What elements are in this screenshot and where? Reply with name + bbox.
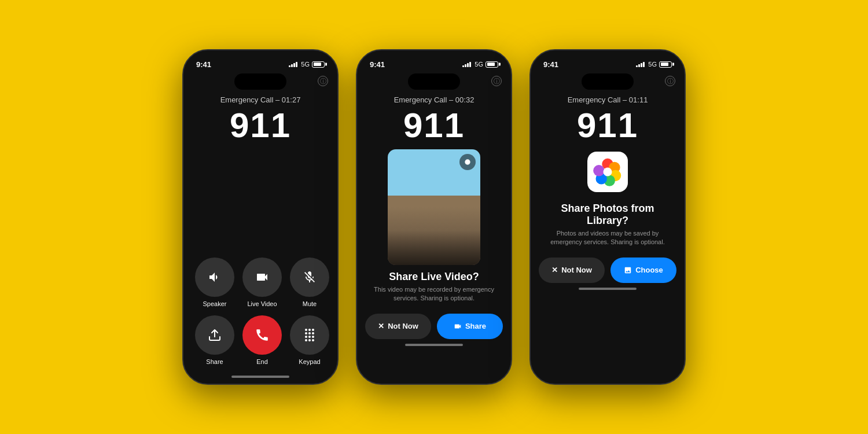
svg-point-0 <box>465 159 470 164</box>
speaker-icon <box>208 270 222 284</box>
share-video-sub: This video may be recorded by emergency … <box>357 285 511 309</box>
photos-flower-icon <box>592 156 623 187</box>
share-button[interactable]: Share <box>437 314 503 339</box>
status-icons-2: 5G <box>462 61 498 68</box>
time-2: 9:41 <box>370 60 385 69</box>
end-circle <box>242 315 282 355</box>
share-circle <box>195 315 234 355</box>
not-now-button-2[interactable]: ✕ Not Now <box>365 314 431 339</box>
svg-point-6 <box>593 165 604 176</box>
choose-photos-icon <box>624 266 632 274</box>
live-video-label: Live Video <box>247 300 277 307</box>
phone-1: 9:41 5G ⓘ Emergency Call – 01:27 911 <box>182 49 339 385</box>
speaker-label: Speaker <box>203 300 227 307</box>
time-3: 9:41 <box>543 60 558 69</box>
share-label: Share <box>206 358 223 365</box>
camera-indicator-icon <box>464 158 472 166</box>
phone-3: 9:41 5G ⓘ Emergency Call – 01:11 911 <box>529 49 686 385</box>
keypad-icon <box>303 328 317 342</box>
phone-2: 9:41 5G ⓘ Emergency Call – 00:32 911 <box>356 49 512 385</box>
share-video-actions: ✕ Not Now Share <box>357 309 511 339</box>
speaker-circle <box>195 258 234 297</box>
live-video-preview <box>388 149 480 265</box>
svg-point-7 <box>603 167 612 176</box>
call-number-2: 911 <box>357 106 511 145</box>
live-video-circle <box>242 258 282 297</box>
call-label-3: Emergency Call – 01:11 <box>531 95 685 104</box>
share-video-title: Share Live Video? <box>357 265 511 285</box>
video-camera-indicator <box>459 154 476 170</box>
network-type-3: 5G <box>648 61 657 68</box>
share-control[interactable]: Share <box>195 315 234 365</box>
signal-icon-3 <box>636 61 645 67</box>
call-number-1: 911 <box>183 106 337 145</box>
mute-label: Mute <box>303 300 317 307</box>
camera-icon <box>255 270 269 284</box>
share-icon <box>208 328 222 342</box>
network-type-2: 5G <box>475 61 483 68</box>
call-info-3: Emergency Call – 01:11 911 <box>531 90 685 145</box>
end-label: End <box>256 358 268 365</box>
keypad-control[interactable]: Keypad <box>290 315 329 365</box>
battery-icon-1 <box>312 61 325 68</box>
signal-icon-1 <box>289 61 297 67</box>
network-type-1: 5G <box>301 61 310 68</box>
signal-icon-2 <box>462 61 471 67</box>
share-photos-title: Share Photos from Library? <box>531 197 685 229</box>
call-number-3: 911 <box>531 106 685 145</box>
status-bar-1: 9:41 5G <box>183 50 337 71</box>
mute-circle <box>290 258 329 297</box>
choose-button[interactable]: Choose <box>610 258 676 283</box>
keypad-label: Keypad <box>299 358 320 365</box>
info-button-3[interactable]: ⓘ <box>665 76 675 86</box>
status-bar-2: 9:41 5G <box>357 50 511 71</box>
home-indicator-1 <box>231 376 289 378</box>
call-info-1: Emergency Call – 01:27 911 <box>183 90 337 145</box>
call-controls: Speaker Live Video Mute <box>183 246 337 371</box>
x-icon-2: ✕ <box>378 322 384 330</box>
call-label-1: Emergency Call – 01:27 <box>183 95 337 104</box>
video-shadow <box>388 230 480 265</box>
share-photos-sub: Photos and videos may be saved by emerge… <box>531 229 685 253</box>
live-video-control[interactable]: Live Video <box>242 258 282 307</box>
x-icon-3: ✕ <box>551 266 558 274</box>
end-call-icon <box>255 328 270 343</box>
call-label-2: Emergency Call – 00:32 <box>357 95 511 104</box>
call-info-2: Emergency Call – 00:32 911 <box>357 90 511 145</box>
end-control[interactable]: End <box>242 315 282 365</box>
photos-app-icon <box>587 152 628 192</box>
battery-icon-2 <box>486 61 498 68</box>
dynamic-island-1 <box>234 73 286 90</box>
share-photos-actions: ✕ Not Now Choose <box>531 253 685 283</box>
info-button-2[interactable]: ⓘ <box>491 76 502 86</box>
info-button-1[interactable]: ⓘ <box>318 76 328 86</box>
home-indicator-3 <box>579 288 637 290</box>
speaker-control[interactable]: Speaker <box>195 258 234 307</box>
home-indicator-2 <box>405 344 463 346</box>
keypad-circle <box>290 315 329 355</box>
not-now-button-3[interactable]: ✕ Not Now <box>539 258 605 283</box>
dynamic-island-2 <box>408 73 460 90</box>
mute-icon <box>303 270 317 284</box>
status-icons-3: 5G <box>636 61 672 68</box>
battery-icon-3 <box>659 61 672 68</box>
time-1: 9:41 <box>196 60 211 69</box>
status-bar-3: 9:41 5G <box>531 50 685 71</box>
mute-control[interactable]: Mute <box>290 258 329 307</box>
share-video-icon <box>454 322 462 330</box>
dynamic-island-3 <box>582 73 634 90</box>
status-icons-1: 5G <box>289 61 325 68</box>
